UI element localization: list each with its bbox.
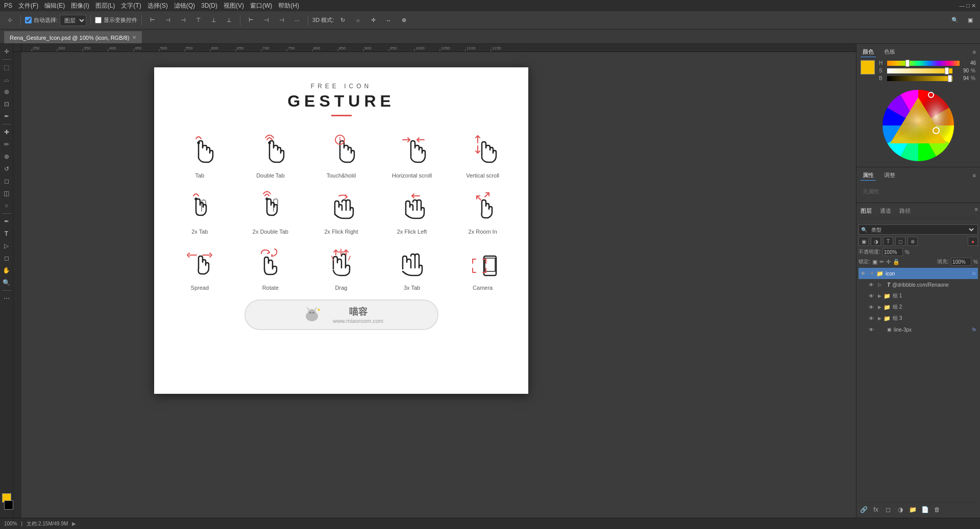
align-left-btn[interactable]: ⊢ <box>146 14 159 27</box>
menu-view[interactable]: 视图(V) <box>224 2 244 10</box>
link-layers-btn[interactable]: 🔗 <box>859 505 869 515</box>
menu-filter[interactable]: 滤镜(Q) <box>174 2 195 10</box>
tab-swatches[interactable]: 色板 <box>882 47 897 57</box>
align-center-v-btn[interactable]: ⊥ <box>207 14 220 27</box>
filter-toggle[interactable]: ● <box>968 237 978 246</box>
auto-select-type[interactable]: 图层 <box>60 15 86 26</box>
eye-icon-group2[interactable]: 👁 <box>869 305 876 310</box>
expand-group2[interactable]: ▶ <box>878 305 881 310</box>
eye-icon-group3[interactable]: 👁 <box>869 316 876 321</box>
sat-thumb[interactable] <box>945 67 949 74</box>
layer-group3[interactable]: 👁 ▶ 📁 组 3 <box>859 313 978 324</box>
bright-thumb[interactable] <box>948 75 952 82</box>
layer-line3px[interactable]: 👁 ▣ line-3px fx <box>859 324 978 335</box>
menu-window[interactable]: 窗口(W) <box>250 2 272 10</box>
align-top-btn[interactable]: ⊤ <box>192 14 205 27</box>
add-adjustment-btn[interactable]: ◑ <box>895 505 905 515</box>
clone-tool[interactable]: ⊕ <box>1 151 12 162</box>
fill-input[interactable] <box>951 258 971 266</box>
move-tool-btn[interactable]: ⊹ <box>3 14 16 27</box>
layer-filter-select[interactable]: 类型 <box>869 226 975 233</box>
extra-tools[interactable]: ⋯ <box>1 293 12 304</box>
layer-dribbble[interactable]: 👁 ▷ T @dribbble.com/Renaone <box>859 279 978 290</box>
distribute-right-btn[interactable]: ⊣ <box>275 14 288 27</box>
path-select-tool[interactable]: ▷ <box>1 240 12 251</box>
eye-icon-line3px[interactable]: 👁 <box>869 327 876 333</box>
filter-pixel-icon[interactable]: ▣ <box>859 237 869 246</box>
show-transform-checkbox[interactable] <box>95 17 102 23</box>
tab-attributes[interactable]: 属性 <box>861 170 876 181</box>
background-color[interactable] <box>4 500 13 510</box>
expand-group3[interactable]: ▶ <box>878 316 881 321</box>
color-panel-menu-icon[interactable]: ≡ <box>973 49 976 55</box>
dodge-tool[interactable]: ○ <box>1 200 12 211</box>
filter-shape-icon[interactable]: ◻ <box>895 237 905 246</box>
tab-paths[interactable]: 路径 <box>897 206 913 216</box>
lock-position-icon[interactable]: ✛ <box>886 259 891 265</box>
add-layer-style-btn[interactable]: fx <box>871 505 881 515</box>
more-btn[interactable]: ··· <box>290 14 304 27</box>
align-right-btn[interactable]: ⊣ <box>177 14 190 27</box>
crop-tool[interactable]: ⊡ <box>1 98 12 110</box>
tab-channels[interactable]: 通道 <box>878 206 893 216</box>
lasso-tool[interactable]: ⌓ <box>1 74 12 85</box>
3d-pan-btn[interactable]: ✛ <box>366 14 380 27</box>
lock-transparent-icon[interactable]: ▣ <box>872 259 877 265</box>
expand-group1[interactable]: ▶ <box>878 293 881 298</box>
panel-btn[interactable]: ▣ <box>964 14 977 27</box>
zoom-tool[interactable]: 🔍 <box>1 277 12 288</box>
status-arrow[interactable]: ▶ <box>72 521 76 526</box>
add-layer-btn[interactable]: 📄 <box>920 505 930 515</box>
tab-close-btn[interactable]: ✕ <box>132 35 136 40</box>
filter-smart-icon[interactable]: ⊕ <box>908 237 918 246</box>
pen-tool[interactable]: ✒ <box>1 216 12 227</box>
3d-slide-btn[interactable]: ↔ <box>382 14 395 27</box>
menu-help[interactable]: 帮助(H) <box>278 2 299 10</box>
menu-file[interactable]: 文件(F) <box>18 2 38 10</box>
expand-icon-layer-icon[interactable]: ▼ <box>870 271 874 276</box>
menu-select[interactable]: 选择(S) <box>148 2 168 10</box>
tab-adjustment[interactable]: 调整 <box>882 170 897 181</box>
quick-select-tool[interactable]: ⊛ <box>1 86 12 97</box>
move-tool[interactable]: ✛ <box>1 46 12 57</box>
document-tab[interactable]: Rena_Gesture_Icon.psd @ 100% (icon, RGB/… <box>4 31 142 43</box>
layers-menu-icon[interactable]: ≡ <box>975 206 978 216</box>
hue-thumb[interactable] <box>905 60 910 67</box>
3d-scale-btn[interactable]: ⊕ <box>397 14 410 27</box>
delete-layer-btn[interactable]: 🗑 <box>932 505 942 515</box>
menu-edit[interactable]: 编辑(E) <box>44 2 65 10</box>
menu-image[interactable]: 图像(I) <box>71 2 89 10</box>
menu-layer[interactable]: 图层(L) <box>95 2 115 10</box>
layer-group2[interactable]: 👁 ▶ 📁 组 2 <box>859 301 978 313</box>
marquee-tool[interactable]: ⬚ <box>1 62 12 73</box>
eraser-tool[interactable]: ◻ <box>1 175 12 187</box>
layer-icon[interactable]: 👁 ▼ 📁 icon fx <box>859 268 978 279</box>
menu-ps[interactable]: PS <box>4 2 12 9</box>
add-mask-btn[interactable]: ◻ <box>883 505 893 515</box>
sat-slider[interactable] <box>887 68 952 73</box>
opacity-input[interactable] <box>883 248 903 256</box>
hue-slider[interactable] <box>887 61 960 66</box>
eye-icon-dribbble[interactable]: 👁 <box>869 282 876 288</box>
type-tool[interactable]: T <box>1 228 12 239</box>
lock-all-icon[interactable]: 🔒 <box>893 259 900 265</box>
gradient-tool[interactable]: ◫ <box>1 188 12 199</box>
menu-type[interactable]: 文字(T) <box>121 2 141 10</box>
layer-group1[interactable]: 👁 ▶ 📁 组 1 <box>859 290 978 301</box>
distribute-center-h-btn[interactable]: ⊣ <box>260 14 273 27</box>
add-folder-btn[interactable]: 📁 <box>908 505 918 515</box>
align-bottom-btn[interactable]: ⊥ <box>223 14 236 27</box>
3d-rotate-btn[interactable]: ↻ <box>336 14 349 27</box>
distribute-left-btn[interactable]: ⊢ <box>244 14 258 27</box>
shape-tool[interactable]: ◻ <box>1 253 12 264</box>
color-swatch-active[interactable] <box>861 60 875 74</box>
filter-adjust-icon[interactable]: ◑ <box>871 237 881 246</box>
align-center-h-btn[interactable]: ⊣ <box>161 14 175 27</box>
search-btn[interactable]: 🔍 <box>948 14 962 27</box>
brush-tool[interactable]: ✏ <box>1 139 12 150</box>
hand-tool[interactable]: ✋ <box>1 265 12 276</box>
lock-paint-icon[interactable]: ✏ <box>879 259 884 265</box>
auto-select-checkbox[interactable] <box>25 17 32 23</box>
eye-icon-group1[interactable]: 👁 <box>869 293 876 299</box>
tab-layers[interactable]: 图层 <box>859 206 874 216</box>
